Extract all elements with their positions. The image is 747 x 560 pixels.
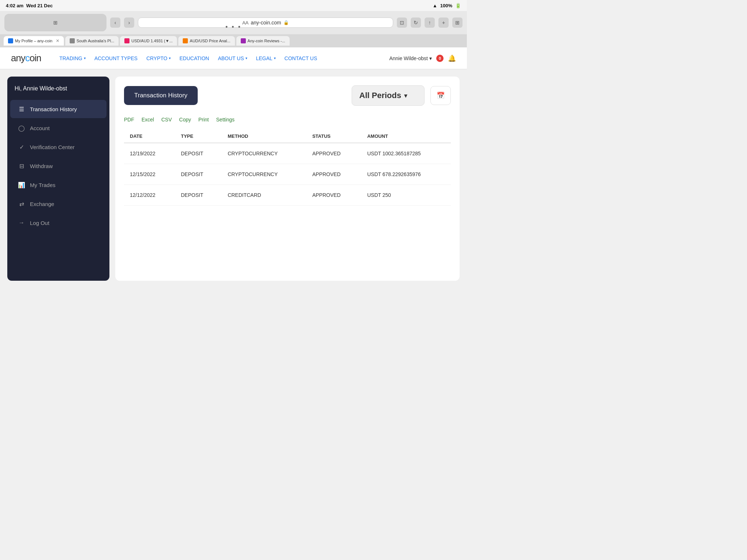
nav-contact-us[interactable]: CONTACT US — [285, 55, 317, 61]
tab-switcher-button[interactable]: ⊡ — [397, 18, 407, 28]
tab-my-profile[interactable]: My Profile – any-coin ✕ — [4, 36, 64, 46]
sidebar-item-verification-center[interactable]: ✓ Verification Center — [10, 138, 107, 156]
forward-button[interactable]: › — [124, 18, 134, 28]
tab-anycoin-reviews[interactable]: Any-coin Reviews -... — [236, 36, 290, 46]
sidebar-toggle-button[interactable]: ⊞ — [4, 14, 107, 31]
trading-chevron-icon: ▾ — [84, 56, 86, 60]
sidebar-label-account: Account — [30, 125, 50, 131]
cell-date-1: 12/15/2022 — [124, 164, 175, 185]
csv-button[interactable]: CSV — [161, 117, 172, 122]
url-text: any-coin.com — [251, 20, 281, 26]
tab-usd-aud[interactable]: USD/AUD 1.4931 (▼... — [120, 36, 177, 46]
cell-status-2: APPROVED — [306, 185, 361, 206]
table-row: 12/15/2022 DEPOSIT CRYPTOCURRENCY APPROV… — [124, 164, 451, 185]
lock-icon: 🔒 — [283, 20, 289, 25]
withdraw-icon: ⊟ — [18, 162, 26, 170]
nav-links: TRADING ▾ ACCOUNT TYPES CRYPTO ▾ EDUCATI… — [59, 55, 317, 61]
excel-button[interactable]: Excel — [142, 117, 154, 122]
url-bar[interactable]: AA any-coin.com 🔒 — [138, 18, 393, 28]
cell-type-0: DEPOSIT — [175, 143, 222, 164]
tabs-overview-button[interactable]: ⊞ — [452, 18, 462, 28]
nav-legal[interactable]: LEGAL ▾ — [256, 55, 276, 61]
col-method: METHOD — [222, 130, 306, 143]
reload-button[interactable]: ↻ — [411, 18, 421, 28]
about-chevron-icon: ▾ — [245, 56, 247, 60]
settings-button[interactable]: Settings — [216, 117, 235, 122]
sidebar-item-transaction-history[interactable]: ☰ Transaction History — [10, 100, 107, 118]
user-chevron-icon: ▾ — [429, 55, 432, 61]
calendar-button[interactable]: 📅 — [430, 86, 451, 105]
cell-method-1: CRYPTOCURRENCY — [222, 164, 306, 185]
tab-favicon-1 — [8, 38, 13, 43]
user-name-dropdown[interactable]: Annie Wilde-obst ▾ — [389, 55, 432, 61]
table-row: 12/12/2022 DEPOSIT CREDITCARD APPROVED U… — [124, 185, 451, 206]
print-button[interactable]: Print — [198, 117, 209, 122]
cell-type-1: DEPOSIT — [175, 164, 222, 185]
verification-icon: ✓ — [18, 143, 26, 151]
sidebar-item-withdraw[interactable]: ⊟ Withdraw — [10, 157, 107, 175]
sidebar: Hi, Annie Wilde-obst ☰ Transaction Histo… — [7, 77, 109, 281]
tab-title-3: USD/AUD 1.4931 (▼... — [131, 39, 173, 43]
nav-trading[interactable]: TRADING ▾ — [59, 55, 86, 61]
tab-title-2: South Australia's Pl... — [77, 39, 115, 43]
nav-crypto[interactable]: CRYPTO ▾ — [146, 55, 171, 61]
new-tab-button[interactable]: + — [438, 18, 449, 28]
sidebar-item-account[interactable]: ◯ Account — [10, 119, 107, 137]
my-trades-icon: 📊 — [18, 181, 26, 189]
transactions-table: DATE TYPE METHOD STATUS AMOUNT 12/19/202… — [124, 130, 451, 206]
tab-title-1: My Profile – any-coin — [15, 39, 53, 43]
cell-date-2: 12/12/2022 — [124, 185, 175, 206]
cell-date-0: 12/19/2022 — [124, 143, 175, 164]
share-button[interactable]: ↑ — [425, 18, 435, 28]
nav-account-types[interactable]: ACCOUNT TYPES — [94, 55, 138, 61]
crypto-chevron-icon: ▾ — [169, 56, 171, 60]
period-selector[interactable]: All Periods ▾ — [352, 85, 425, 106]
page-title-button[interactable]: Transaction History — [124, 86, 198, 105]
logo-dot: c — [25, 52, 30, 63]
cell-status-0: APPROVED — [306, 143, 361, 164]
col-date: DATE — [124, 130, 175, 143]
cell-amount-0: USDT 1002.365187285 — [361, 143, 451, 164]
content-top-bar: Transaction History All Periods ▾ 📅 — [124, 85, 451, 106]
browser-dots: • • • — [225, 23, 241, 31]
tab-title-4: AUD/USD Price Anal... — [190, 39, 230, 43]
aa-button[interactable]: AA — [242, 20, 248, 26]
cell-status-1: APPROVED — [306, 164, 361, 185]
logo[interactable]: anycoin — [11, 52, 41, 64]
bell-icon[interactable]: 🔔 — [448, 54, 456, 62]
exchange-icon: ⇄ — [18, 200, 26, 208]
nav-about-us[interactable]: ABOUT US ▾ — [218, 55, 247, 61]
copy-button[interactable]: Copy — [179, 117, 191, 122]
notification-badge[interactable]: 0 — [436, 55, 444, 62]
tab-south-australia[interactable]: South Australia's Pl... — [65, 36, 119, 46]
logout-icon: → — [18, 219, 26, 227]
content-area: Transaction History All Periods ▾ 📅 PDF … — [115, 77, 460, 281]
nav-education[interactable]: EDUCATION — [179, 55, 209, 61]
tab-close-1[interactable]: ✕ — [56, 38, 59, 43]
table-toolbar: PDF Excel CSV Copy Print Settings — [124, 113, 451, 126]
tab-aud-usd[interactable]: AUD/USD Price Anal... — [178, 36, 235, 46]
status-bar: 4:02 am Wed 21 Dec ▲ 100% 🔋 — [0, 0, 467, 11]
col-status: STATUS — [306, 130, 361, 143]
tab-title-5: Any-coin Reviews -... — [248, 39, 285, 43]
website: anycoin TRADING ▾ ACCOUNT TYPES CRYPTO ▾… — [0, 47, 467, 288]
sidebar-item-log-out[interactable]: → Log Out — [10, 214, 107, 232]
tabs-bar: My Profile – any-coin ✕ South Australia'… — [0, 34, 467, 47]
tab-favicon-2 — [70, 38, 75, 43]
sidebar-label-my-trades: My Trades — [30, 182, 55, 188]
wifi-icon: ▲ — [433, 3, 437, 8]
pdf-button[interactable]: PDF — [124, 117, 134, 122]
col-type: TYPE — [175, 130, 222, 143]
battery-icon: 100% — [440, 3, 452, 8]
nav-right: Annie Wilde-obst ▾ 0 🔔 — [389, 54, 456, 62]
sidebar-item-exchange[interactable]: ⇄ Exchange — [10, 195, 107, 213]
sidebar-item-my-trades[interactable]: 📊 My Trades — [10, 176, 107, 194]
cell-method-2: CREDITCARD — [222, 185, 306, 206]
sidebar-label-verification: Verification Center — [30, 144, 75, 150]
col-amount: AMOUNT — [361, 130, 451, 143]
back-button[interactable]: ‹ — [110, 18, 120, 28]
table-header-row: DATE TYPE METHOD STATUS AMOUNT — [124, 130, 451, 143]
sidebar-label-logout: Log Out — [30, 220, 49, 226]
calendar-icon: 📅 — [437, 92, 445, 99]
cell-type-2: DEPOSIT — [175, 185, 222, 206]
